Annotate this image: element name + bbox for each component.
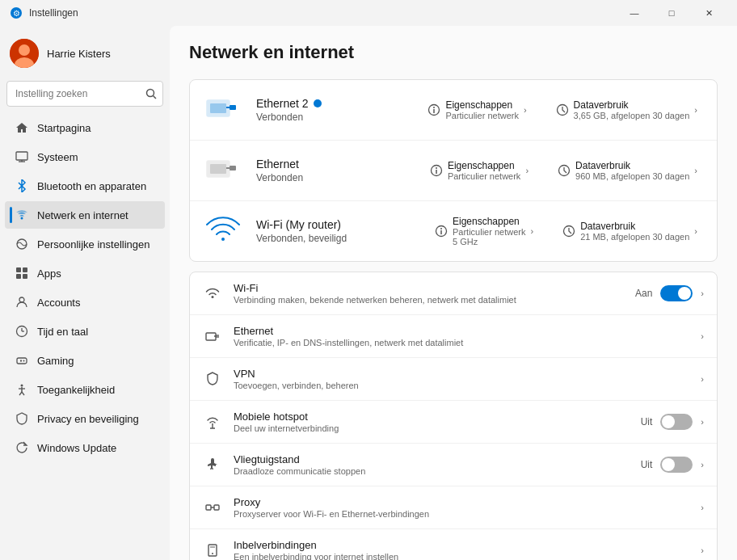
svg-point-61	[212, 553, 213, 554]
wifi-settings-right: Aan ›	[635, 285, 704, 301]
search-icon-button[interactable]	[145, 88, 157, 99]
ethernet-props: Eigenschappen Particulier netwerk › Data…	[423, 157, 704, 184]
svg-rect-40	[210, 164, 226, 174]
vpn-settings-text: VPN Toevoegen, verbinden, beheren	[234, 368, 689, 390]
vpn-settings-icon	[203, 369, 222, 389]
settings-item-dialup[interactable]: Inbelverbindingen Een inbelverbinding vo…	[190, 529, 717, 560]
app-icon: ⚙	[10, 6, 23, 19]
proxy-settings-text: Proxy Proxyserver voor Wi-Fi- en Etherne…	[234, 496, 689, 519]
titlebar-controls: — □ ✕	[616, 0, 727, 26]
dataverbruik-icon	[556, 103, 569, 116]
sidebar-item-system[interactable]: Systeem	[5, 143, 165, 171]
wifi-settings-icon	[203, 284, 222, 303]
network-card-wifi[interactable]: Wi-Fi (My router) Verbonden, beveiligd E…	[190, 201, 717, 261]
chevron-right-icon: ›	[525, 166, 529, 175]
ethernet2-dataverbruik-link[interactable]: Dataverbruik 3,65 GB, afgelopen 30 dagen…	[550, 96, 704, 124]
sidebar-item-home[interactable]: Startpagina	[5, 114, 165, 141]
ethernet-info: Ethernet Verbonden	[256, 158, 411, 183]
search-box	[6, 81, 163, 107]
ethernet-settings-right: ›	[701, 331, 704, 341]
ethernet-name: Ethernet	[256, 158, 411, 171]
chevron-right-icon: ›	[701, 503, 704, 512]
sidebar-label-personalize: Persoonlijke instellingen	[37, 238, 150, 251]
svg-rect-13	[16, 267, 21, 272]
hotspot-settings-right: Uit ›	[641, 414, 704, 430]
update-icon	[15, 440, 29, 455]
sidebar-item-accounts[interactable]: Accounts	[5, 288, 165, 316]
wifi-props: Eigenschappen Particulier netwerk 5 GHz …	[428, 213, 704, 250]
sidebar-item-network[interactable]: Netwerk en internet	[5, 201, 165, 229]
accessibility-icon	[15, 382, 29, 397]
wifi-properties-link[interactable]: Eigenschappen Particulier netwerk 5 GHz …	[428, 213, 540, 250]
svg-rect-14	[23, 267, 27, 272]
wifi-dataverbruik-link[interactable]: Dataverbruik 21 MB, afgelopen 30 dagen ›	[556, 213, 704, 250]
settings-item-vpn[interactable]: VPN Toevoegen, verbinden, beheren ›	[190, 358, 717, 401]
close-button[interactable]: ✕	[690, 0, 727, 26]
wifi-toggle-label: Aan	[635, 288, 652, 299]
network-card-ethernet[interactable]: Ethernet Verbonden Eigenschappen Particu…	[190, 141, 717, 201]
ethernet2-properties-link[interactable]: Eigenschappen Particulier netwerk ›	[421, 96, 533, 124]
accounts-icon	[15, 295, 29, 309]
app-container: Harrie Kisters Startpagina Systeem	[0, 26, 737, 560]
settings-item-wifi[interactable]: Wi-Fi Verbinding maken, bekende netwerke…	[190, 272, 717, 315]
sidebar-item-personalize[interactable]: Persoonlijke instellingen	[5, 230, 165, 258]
sidebar-item-bluetooth[interactable]: Bluetooth en apparaten	[5, 172, 165, 200]
svg-text:⚙: ⚙	[13, 9, 20, 18]
home-icon	[15, 120, 29, 135]
ethernet-properties-link[interactable]: Eigenschappen Particulier netwerk ›	[423, 157, 535, 184]
hotspot-settings-icon	[203, 412, 222, 432]
gaming-icon	[15, 353, 29, 368]
ethernet-status: Verbonden	[256, 172, 411, 183]
maximize-button[interactable]: □	[653, 0, 690, 26]
settings-item-proxy[interactable]: Proxy Proxyserver voor Wi-Fi- en Etherne…	[190, 486, 717, 529]
svg-line-7	[154, 96, 157, 99]
svg-point-11	[21, 217, 23, 220]
titlebar: ⚙ Instellingen — □ ✕	[0, 0, 737, 26]
hotspot-settings-text: Mobiele hotspot Deel uw internetverbindi…	[234, 411, 630, 433]
wifi-name: Wi-Fi (My router)	[256, 218, 415, 231]
settings-item-ethernet[interactable]: Ethernet Verificatie, IP- en DNS-instell…	[190, 315, 717, 358]
time-icon	[15, 324, 29, 339]
svg-rect-53	[216, 335, 219, 338]
wifi-settings-text: Wi-Fi Verbinding maken, bekende netwerke…	[234, 282, 624, 305]
svg-line-28	[19, 392, 22, 395]
sidebar-label-system: Systeem	[37, 151, 78, 163]
wifi-toggle[interactable]	[660, 285, 693, 301]
proxy-settings-icon	[203, 498, 222, 517]
ethernet-icon	[203, 150, 243, 191]
sidebar-label-gaming: Gaming	[37, 355, 74, 367]
sidebar-item-apps[interactable]: Apps	[5, 259, 165, 287]
sidebar-item-update[interactable]: Windows Update	[5, 434, 165, 461]
network-cards-section: Ethernet 2 Verbonden Eigenschappen Parti…	[189, 79, 718, 262]
ethernet2-status: Verbonden	[256, 112, 408, 123]
svg-point-24	[23, 360, 25, 362]
minimize-button[interactable]: —	[616, 0, 653, 26]
bluetooth-icon	[15, 179, 29, 193]
wifi-card-icon	[203, 211, 243, 251]
chevron-right-icon: ›	[524, 105, 527, 115]
dialup-settings-icon	[203, 541, 222, 560]
settings-item-airplane[interactable]: Vliegtuigstand Draadloze communicatie st…	[190, 444, 717, 486]
sidebar-item-privacy[interactable]: Privacy en beveiliging	[5, 405, 165, 432]
sidebar-item-time[interactable]: Tijd en taal	[5, 318, 165, 345]
search-input[interactable]	[6, 81, 163, 107]
svg-rect-57	[206, 505, 211, 510]
sidebar-label-privacy: Privacy en beveiliging	[37, 413, 139, 425]
system-icon	[15, 149, 29, 164]
sidebar-item-gaming[interactable]: Gaming	[5, 347, 165, 374]
dataverbruik-icon	[562, 225, 575, 238]
privacy-icon	[15, 411, 29, 426]
connected-dot	[314, 99, 322, 107]
sidebar-item-accessibility[interactable]: Toegankelijkheid	[5, 376, 165, 403]
svg-point-46	[436, 167, 437, 169]
airplane-settings-right: Uit ›	[641, 457, 704, 473]
avatar	[10, 39, 39, 68]
chevron-right-icon: ›	[701, 288, 704, 298]
network-card-ethernet2[interactable]: Ethernet 2 Verbonden Eigenschappen Parti…	[190, 80, 717, 141]
vpn-settings-right: ›	[701, 374, 704, 384]
ethernet-dataverbruik-link[interactable]: Dataverbruik 960 MB, afgelopen 30 dagen …	[551, 157, 704, 184]
airplane-toggle[interactable]	[660, 457, 693, 473]
hotspot-toggle[interactable]	[660, 414, 693, 430]
sidebar-label-accessibility: Toegankelijkheid	[37, 384, 115, 396]
settings-item-hotspot[interactable]: Mobiele hotspot Deel uw internetverbindi…	[190, 401, 717, 444]
